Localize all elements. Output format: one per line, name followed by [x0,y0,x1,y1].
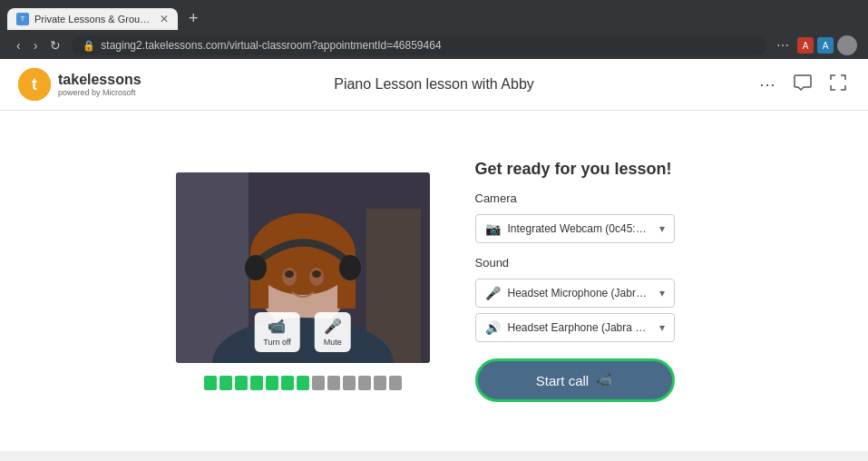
url-text: staging2.takelessons.com/virtual-classro… [101,39,441,52]
svg-point-12 [339,255,361,280]
ext-icon-2: A [817,37,834,54]
camera-chevron-icon: ▾ [659,222,665,235]
mute-label: Mute [324,338,342,347]
turn-off-button[interactable]: 📹 Turn off [254,312,300,352]
setup-panel: Get ready for you lesson! Camera 📷 Integ… [475,160,693,402]
speaker-chevron-icon: ▾ [659,321,665,334]
app-header: t takelessons powered by Microsoft Piano… [0,59,868,111]
turn-off-label: Turn off [263,338,291,347]
meter-bar-inactive [374,376,386,390]
forward-button[interactable]: › [28,36,44,54]
tab-bar: T Private Lessons & Group Cl... ✕ + [0,0,868,32]
start-call-button[interactable]: Start call 📹 [475,358,675,402]
ext-icon-1: A [797,37,814,54]
mute-icon: 🎤 [324,318,342,335]
main-content: 📹 Turn off 🎤 Mute Get ready for you less… [0,111,868,451]
camera-device-text: Integrated Webcam (0c45:671e) [508,222,652,235]
logo-area: t takelessons powered by Microsoft [18,68,163,101]
logo-name: takelessons [58,72,141,88]
speaker-device-icon: 🔊 [485,320,501,335]
meter-bar-inactive [327,376,340,390]
sound-group: Sound 🎤 Headset Microphone (Jabra Link 3… [475,256,693,342]
reload-button[interactable]: ↻ [44,36,66,54]
logo-icon: t [18,68,51,101]
mic-chevron-icon: ▾ [659,287,665,299]
more-options-button[interactable]: ⋯ [756,71,779,98]
logo-tagline: powered by Microsoft [58,88,141,97]
tab-favicon: T [16,13,29,25]
lock-icon: 🔒 [83,40,95,52]
header-title: Piano Lesson lesson with Abby [163,76,705,93]
app-container: t takelessons powered by Microsoft Piano… [0,59,868,451]
svg-text:t: t [32,75,37,93]
mute-button[interactable]: 🎤 Mute [315,312,351,352]
meter-bar-active [204,376,217,390]
extensions-button[interactable]: ⋯ [772,36,794,54]
meter-bar-active [235,376,248,390]
video-container: 📹 Turn off 🎤 Mute [176,172,430,363]
meter-bar-active [219,376,232,390]
meter-bar-active [297,376,309,390]
fullscreen-button[interactable] [826,71,850,99]
new-tab-button[interactable]: + [181,5,206,32]
address-input[interactable]: 🔒 staging2.takelessons.com/virtual-class… [72,35,766,55]
camera-device-icon: 📷 [485,221,501,236]
meter-bar-active [250,376,263,390]
header-actions: ⋯ [705,70,850,100]
speaker-device-text: Headset Earphone (Jabra Link 380 (... [508,321,652,334]
tab-close-button[interactable]: ✕ [160,13,169,25]
camera-label: Camera [475,191,693,205]
meter-bar-inactive [358,376,371,390]
meter-bar-active [281,376,294,390]
start-call-label: Start call [536,373,589,388]
start-call-icon: 📹 [596,372,613,388]
browser-chrome: T Private Lessons & Group Cl... ✕ + ‹ › … [0,0,868,59]
setup-title: Get ready for you lesson! [475,160,693,179]
tab-title: Private Lessons & Group Cl... [34,14,152,25]
microphone-select[interactable]: 🎤 Headset Microphone (Jabra Link 38... ▾ [475,279,675,308]
meter-bar-active [266,376,278,390]
speaker-select[interactable]: 🔊 Headset Earphone (Jabra Link 380 (... … [475,313,675,342]
back-button[interactable]: ‹ [11,36,26,54]
nav-controls: ‹ › ↻ [11,36,66,54]
mic-device-icon: 🎤 [485,286,501,300]
active-tab[interactable]: T Private Lessons & Group Cl... ✕ [7,8,178,30]
camera-off-icon: 📹 [268,318,286,335]
audio-meter [204,372,402,390]
extension-icons: ⋯ A A [772,35,857,55]
svg-point-11 [245,255,267,280]
meter-bar-inactive [389,376,402,390]
video-controls-overlay: 📹 Turn off 🎤 Mute [254,312,351,352]
address-bar-row: ‹ › ↻ 🔒 staging2.takelessons.com/virtual… [0,32,868,59]
sound-label: Sound [475,256,693,270]
chat-button[interactable] [790,70,815,100]
video-area: 📹 Turn off 🎤 Mute [176,172,430,390]
logo-text: takelessons powered by Microsoft [58,72,141,97]
svg-point-15 [285,270,294,278]
meter-bar-inactive [343,376,356,390]
meter-bar-inactive [312,376,325,390]
profile-avatar[interactable] [837,35,857,55]
camera-group: Camera 📷 Integrated Webcam (0c45:671e) ▾ [475,191,693,243]
camera-select[interactable]: 📷 Integrated Webcam (0c45:671e) ▾ [475,214,675,243]
mic-device-text: Headset Microphone (Jabra Link 38... [508,287,652,299]
svg-point-16 [312,270,321,278]
